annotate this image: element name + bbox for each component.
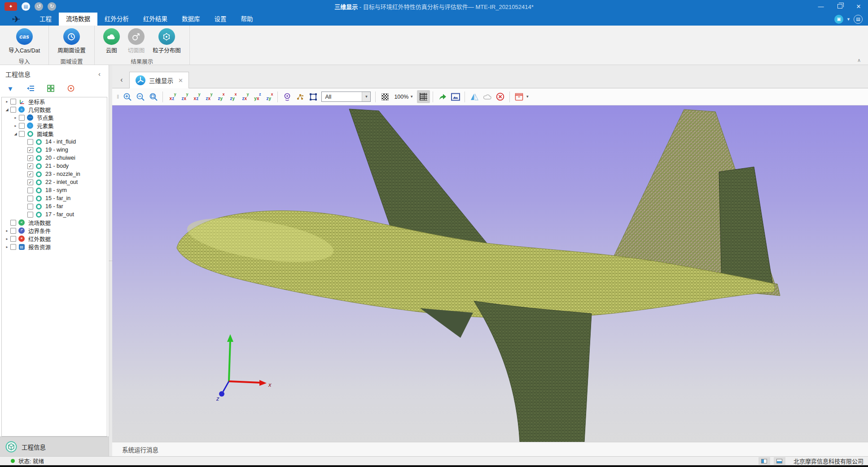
tree-checkbox[interactable]: ✓ [27,171,33,177]
tree-checkbox[interactable] [10,236,16,242]
zoom-in-button[interactable] [121,90,134,103]
new-file-icon[interactable]: ▤ [22,2,30,11]
list-icon[interactable] [26,83,35,93]
tree-checkbox[interactable]: ✓ [27,155,33,161]
tree-item-20-chuiwei[interactable]: ✓20 - chuiwei [2,154,107,162]
tree-item-18-sym[interactable]: 18 - sym [2,186,107,194]
tree-item-面域集[interactable]: ◢面域集 [2,130,107,138]
target-icon[interactable] [66,83,76,93]
tab-close-icon[interactable]: ✕ [176,77,183,84]
cloud-outline-icon[interactable] [481,90,494,103]
grid-view-icon[interactable] [46,83,56,93]
axis-view-button-1[interactable]: xzy [166,91,178,103]
axis-view-button-8[interactable]: yxz [250,91,263,103]
tree-checkbox[interactable] [27,204,33,209]
mesh-grid-toggle[interactable] [417,90,430,103]
theme-caret-icon[interactable]: ▼ [846,17,850,22]
mirror-icon[interactable] [468,90,481,103]
app-icon[interactable]: ✦ [4,2,17,11]
tree-item-节点集[interactable]: ▸⋯节点集 [2,113,107,122]
tree-item-几何数据[interactable]: ◢▵几何数据 [2,105,107,113]
ribbon-button-clock[interactable]: 周期面设置 [54,27,89,55]
filter-icon[interactable]: ▼ [5,83,15,93]
expander-icon[interactable]: ◢ [4,108,10,112]
menu-item-0[interactable]: 工程 [32,13,59,26]
expander-icon[interactable]: ◢ [13,132,18,136]
tree-item-21-body[interactable]: ✓21 - body [2,162,107,170]
tree-item-流场数据[interactable]: <流场数据 [2,218,107,227]
panel-collapse-button[interactable]: ‹ [96,70,103,78]
restore-button[interactable] [830,0,849,13]
menu-item-5[interactable]: 设置 [207,13,234,26]
tree-checkbox[interactable] [19,123,25,129]
tree-checkbox[interactable] [10,244,16,250]
ribbon-button-cas[interactable]: cas导入Cas/Dat [5,27,43,55]
tree-checkbox[interactable] [19,115,25,121]
tree-item-红外数据[interactable]: ▸☀红外数据 [2,235,107,243]
axis-view-button-7[interactable]: zxy [238,91,250,103]
zoom-out-button[interactable] [134,90,147,103]
close-button[interactable]: ✕ [849,0,868,13]
tree-checkbox[interactable] [10,99,16,105]
tree-checkbox[interactable] [27,212,33,218]
collapse-ribbon-button[interactable]: ∧ [857,57,861,63]
axis-view-button-4[interactable]: zxy [202,91,214,103]
expander-icon[interactable]: ▸ [13,116,18,120]
tree-item-17-far_out[interactable]: 17 - far_out [2,210,107,218]
zoom-level-caret-icon[interactable]: ▼ [410,95,413,99]
tree-checkbox[interactable]: ✓ [27,147,33,153]
save-package-icon[interactable] [513,90,526,103]
expander-icon[interactable]: ▸ [4,237,10,241]
tree-checkbox[interactable] [27,196,33,201]
axis-view-button-3[interactable]: xzy [190,91,202,103]
tree-checkbox[interactable]: ✓ [27,179,33,185]
theme-icon[interactable]: ▣ [834,15,843,24]
tree-checkbox[interactable] [10,228,16,234]
tree-checkbox[interactable] [27,188,33,193]
panel-splitter[interactable]: ⋮ [109,65,112,456]
tree-item-边界条件[interactable]: ▸↱边界条件 [2,227,107,235]
export-arrow-icon[interactable] [436,90,449,103]
undo-icon[interactable]: ↺ [35,2,43,11]
axis-view-button-6[interactable]: zyx [226,91,238,103]
tree-item-23-nozzle_in[interactable]: ✓23 - nozzle_in [2,170,107,178]
expander-icon[interactable]: ▸ [13,124,18,128]
select-box-icon[interactable] [307,90,320,103]
save-caret-icon[interactable]: ▼ [526,95,529,99]
menu-item-2[interactable]: 红外分析 [97,13,136,26]
snapshot-image-icon[interactable] [449,90,462,103]
tab-scroll-left-button[interactable]: ‹ [114,72,129,88]
tree-item-15-far_in[interactable]: 15 - far_in [2,194,107,202]
zoom-fit-button[interactable] [147,90,160,103]
tree-item-16-far[interactable]: 16 - far [2,202,107,210]
menu-item-1[interactable]: 流场数据 [59,13,97,26]
menu-item-3[interactable]: 红外结果 [136,13,175,26]
tree-checkbox[interactable] [10,107,16,113]
expander-icon[interactable]: ▸ [4,100,10,104]
axis-view-button-2[interactable]: zxy [178,91,190,103]
tree-checkbox[interactable]: ✓ [27,163,33,169]
tree-item-报告资源[interactable]: ▸▤报告资源 [2,243,107,251]
layout-split-left-button[interactable] [758,457,770,465]
viewport-3d[interactable]: x z [112,105,868,442]
tree-item-元素集[interactable]: ▸◌元素集 [2,122,107,130]
combobox-dropdown-icon[interactable]: ▼ [362,92,370,101]
opacity-pattern-icon[interactable] [378,90,391,103]
cancel-icon[interactable] [494,90,507,103]
tree-item-19-wing[interactable]: ✓19 - wing [2,146,107,154]
zoom-level-value[interactable]: 100% [394,94,408,100]
minimize-button[interactable]: — [811,0,830,13]
tree-item-22-inlet_out[interactable]: ✓22 - inlet_out [2,178,107,186]
layout-split-bottom-button[interactable] [774,457,785,465]
ribbon-button-cloud[interactable]: 云图 [100,27,123,55]
expander-icon[interactable]: ▸ [4,229,10,233]
tree-checkbox[interactable] [19,131,25,137]
tree-checkbox[interactable] [27,139,33,145]
expander-icon[interactable]: ▸ [4,245,10,249]
menu-item-6[interactable]: 帮助 [234,13,260,26]
probe-icon[interactable] [281,90,294,103]
menu-item-4[interactable]: 数据库 [175,13,207,26]
molecule-icon[interactable] [294,90,307,103]
tab-3d-view[interactable]: 三维显示 ✕ [129,72,189,88]
panel-bottom-tab[interactable]: 工程信息 [0,436,109,456]
